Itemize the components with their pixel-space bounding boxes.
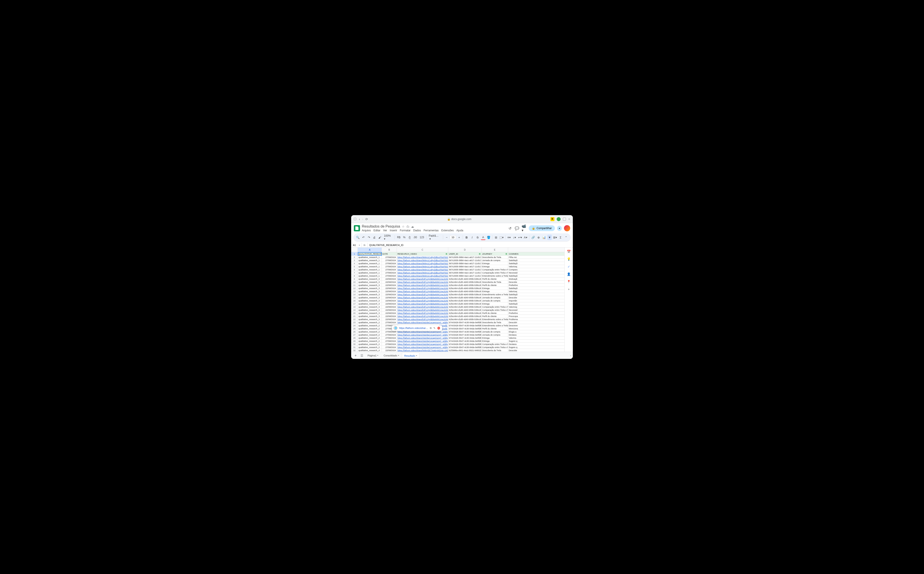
- cell[interactable]: Necessid: [508, 271, 564, 274]
- table-view-button[interactable]: ⊞▾: [553, 235, 557, 240]
- cell[interactable]: Entrega: [482, 265, 508, 268]
- undo-icon[interactable]: ↶: [361, 235, 366, 240]
- cell[interactable]: Comparação entre Trela e Mercado: [482, 268, 508, 271]
- cell[interactable]: Perfil do cliente: [482, 315, 508, 318]
- cell[interactable]: 61fec464-d1d5-4d40-955b-b38cc8dbaeb9: [448, 305, 482, 309]
- calendar-icon[interactable]: 📅: [567, 249, 571, 254]
- row-header[interactable]: 25: [351, 327, 358, 330]
- row-header[interactable]: 29: [351, 339, 358, 343]
- row-header[interactable]: 11: [351, 284, 358, 287]
- cell[interactable]: 22/08/2024: [382, 287, 397, 290]
- functions-button[interactable]: Σ: [558, 235, 563, 240]
- decrease-font-button[interactable]: −: [444, 235, 449, 240]
- cell[interactable]: 61fec464-d1d5-4d40-955b-b38cc8dbaeb9: [448, 312, 482, 315]
- cell[interactable]: 22/08/2024: [382, 309, 397, 312]
- row-header[interactable]: 4: [351, 262, 358, 265]
- row-header[interactable]: 3: [351, 259, 358, 262]
- paint-format-icon[interactable]: 🖌: [378, 235, 382, 240]
- meet-icon[interactable]: 📹▾: [522, 226, 527, 231]
- cell[interactable]: 61f3988a-d401-4ea1-b521-94801b8d0672: [448, 349, 482, 352]
- move-icon[interactable]: 🗀: [406, 225, 409, 228]
- cell[interactable]: Entendimento sobre a Trela: [482, 274, 508, 278]
- row-header[interactable]: 7: [351, 271, 358, 274]
- cell[interactable]: qualitative_research_2: [358, 330, 382, 333]
- reload-icon[interactable]: ⟳: [365, 218, 368, 221]
- new-tab-icon[interactable]: +: [568, 217, 570, 221]
- cell[interactable]: Jornada de compra: [482, 259, 508, 262]
- cell[interactable]: b7443426-5547-4c30-84da-0e8fd83df46e: [448, 346, 482, 349]
- edit-link-icon[interactable]: ✎: [433, 327, 435, 330]
- row-header[interactable]: 14: [351, 293, 358, 296]
- cell[interactable]: 22/08/2024: [382, 349, 397, 352]
- cell[interactable]: Importân: [508, 299, 564, 302]
- cell[interactable]: https://fathom.video/share/b3FLi2yNB8wMM…: [397, 278, 448, 281]
- cell[interactable]: qualitative_research_2: [358, 327, 382, 330]
- cell[interactable]: 22/08/2024: [382, 281, 397, 284]
- sheet-tab[interactable]: Página1▾: [365, 353, 381, 358]
- comment-button[interactable]: ⊕: [536, 235, 541, 240]
- cell[interactable]: 61fec464-d1d5-4d40-955b-b38cc8dbaeb9: [448, 318, 482, 321]
- name-box[interactable]: A1: [351, 243, 362, 247]
- cell[interactable]: 27/08/2024: [382, 256, 397, 259]
- cell[interactable]: qualitative_research_3: [358, 302, 382, 305]
- cell[interactable]: 61fec464-d1d5-4d40-955b-b38cc8dbaeb9: [448, 299, 482, 302]
- cell[interactable]: Entrega: [482, 262, 508, 265]
- link-button[interactable]: 🔗: [531, 235, 535, 240]
- cell[interactable]: 61fec464-d1d5-4d40-955b-b38cc8dbaeb9: [448, 287, 482, 290]
- cell[interactable]: Descobe: [508, 349, 564, 352]
- cell[interactable]: 22/08/2024: [382, 278, 397, 281]
- cell[interactable]: Valoriza: [508, 336, 564, 339]
- cell[interactable]: https://fathom.video/share/b3FLi2yNB8wMM…: [397, 284, 448, 287]
- cell[interactable]: COMMEN: [508, 252, 564, 256]
- cell[interactable]: Entrega: [482, 336, 508, 339]
- cell[interactable]: Entendimento sobre a Trela: [482, 324, 508, 327]
- cell[interactable]: https://fathom.video/share/ztstz8qCecapm…: [397, 343, 448, 346]
- cell[interactable]: https://fathom.video/share/b3FLi2yNB8wMM…: [397, 296, 448, 299]
- avatar[interactable]: [564, 225, 570, 231]
- cell[interactable]: 61fec464-d1d5-4d40-955b-b38cc8dbaeb9: [448, 278, 482, 281]
- merge-button[interactable]: ⬚▾: [499, 235, 504, 240]
- cell[interactable]: QUALITATIVE_RESEARCH_ID: [358, 252, 382, 256]
- cell[interactable]: qualitative_research_2: [358, 339, 382, 343]
- cell[interactable]: https://fathom.video/share/ztstz8qCecapm…: [397, 333, 448, 336]
- cell[interactable]: Entrega: [482, 302, 508, 305]
- increase-decimal-button[interactable]: .00: [412, 236, 418, 239]
- spreadsheet-grid[interactable]: A B C D E 1 QUALITATIVE_RESEARCH_ID DATE…: [351, 248, 564, 352]
- row-header[interactable]: 1: [351, 252, 358, 256]
- cell[interactable]: https://fathom.video/share/9Mim1CoByZdBo…: [397, 256, 448, 259]
- cell[interactable]: 61fec464-d1d5-4d40-955b-b38cc8dbaeb9: [448, 281, 482, 284]
- column-header[interactable]: A: [358, 248, 382, 252]
- cell[interactable]: 22/08/2024: [382, 318, 397, 321]
- cell[interactable]: https://fathom.video/share/9Mim1CoByZdBo…: [397, 265, 448, 268]
- add-addon-icon[interactable]: +: [567, 287, 571, 292]
- cell[interactable]: b7443426-5547-4c30-84da-0e8fd83df46e: [448, 324, 482, 327]
- cell[interactable]: https://fathom.video/share/9Mim1CoByZdBo…: [397, 262, 448, 265]
- cell[interactable]: Destaca: [508, 333, 564, 336]
- cell[interactable]: 27/08/2024: [382, 262, 397, 265]
- row-header[interactable]: 26: [351, 330, 358, 333]
- fill-color-button[interactable]: 🪣: [486, 235, 491, 240]
- cell[interactable]: qualitative_research_3: [358, 296, 382, 299]
- cell[interactable]: b7443426-5547-4c30-84da-0e8fd83df46e: [448, 343, 482, 346]
- cell[interactable]: Valorizaç: [508, 290, 564, 293]
- cell[interactable]: https://fathom.video/share/ztstz8qCecapm…: [397, 336, 448, 339]
- cell[interactable]: Necessid: [508, 309, 564, 312]
- link-preview-url[interactable]: https://fathom.video/shar…: [399, 327, 428, 330]
- cell[interactable]: 567c2835-58b8-4acc-a617-11cb179a3bf4: [448, 256, 482, 259]
- italic-button[interactable]: I: [470, 235, 474, 240]
- cell[interactable]: Comparação entre Trela e Mercado: [482, 343, 508, 346]
- row-header[interactable]: 27: [351, 333, 358, 336]
- rotate-button[interactable]: A▾: [523, 235, 528, 240]
- cell[interactable]: USER_ID: [448, 252, 482, 256]
- cloud-icon[interactable]: ☁: [411, 225, 414, 228]
- tabs-icon[interactable]: [563, 218, 566, 221]
- cell[interactable]: Entrega: [482, 339, 508, 343]
- cell[interactable]: Satisfaçã: [508, 274, 564, 278]
- cell[interactable]: https://fathom.video/share/9Mim1CoByZdBo…: [397, 259, 448, 262]
- menu-item[interactable]: Extensões: [441, 229, 454, 232]
- menu-item[interactable]: Ajuda: [456, 229, 463, 232]
- cell[interactable]: Comparação entre Trela e Mercado: [482, 309, 508, 312]
- cell[interactable]: qualitative_research_4: [358, 349, 382, 352]
- cell[interactable]: 22/08/2024: [382, 312, 397, 315]
- sheet-tab[interactable]: Resultado▾: [402, 353, 419, 358]
